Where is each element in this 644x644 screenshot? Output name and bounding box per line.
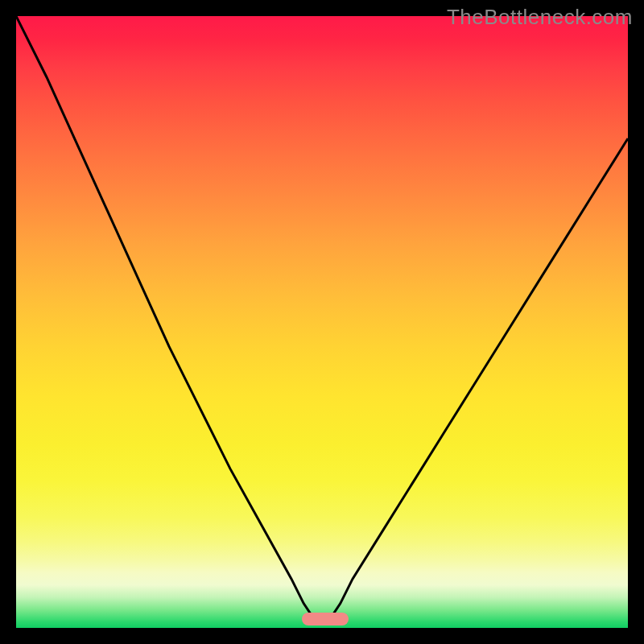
bottleneck-plot — [16, 16, 628, 628]
curve-right-branch — [322, 138, 628, 621]
curve-left-branch — [16, 16, 322, 621]
bottleneck-curve — [16, 16, 628, 628]
watermark-text: TheBottleneck.com — [447, 5, 633, 30]
optimal-zone-marker — [302, 613, 349, 625]
